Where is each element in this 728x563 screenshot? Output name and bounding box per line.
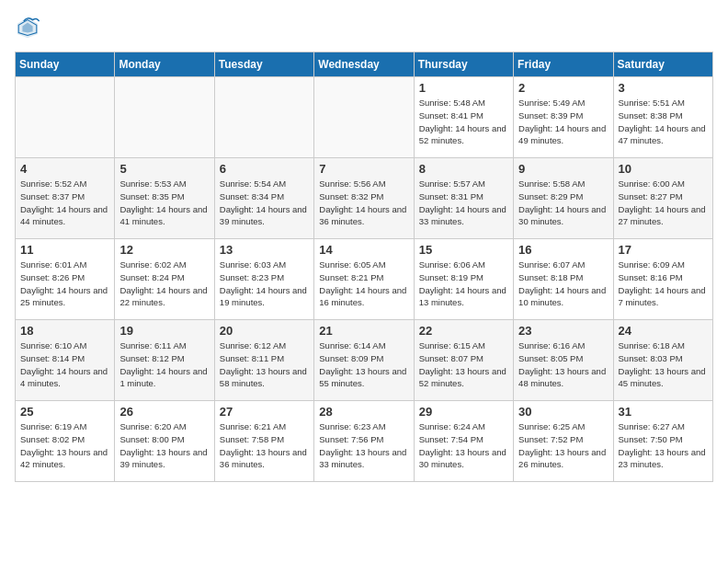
weekday-header: Wednesday: [314, 52, 414, 77]
day-number: 10: [619, 162, 708, 176]
calendar-cell: 11Sunrise: 6:01 AM Sunset: 8:26 PM Dayli…: [16, 239, 115, 320]
calendar-week-row: 11Sunrise: 6:01 AM Sunset: 8:26 PM Dayli…: [16, 239, 713, 320]
calendar-cell: 23Sunrise: 6:16 AM Sunset: 8:05 PM Dayli…: [514, 320, 613, 401]
day-detail: Sunrise: 5:53 AM Sunset: 8:35 PM Dayligh…: [119, 178, 209, 228]
day-number: 3: [619, 81, 708, 95]
page-header: [15, 15, 713, 40]
day-number: 25: [20, 405, 109, 419]
calendar-cell: 14Sunrise: 6:05 AM Sunset: 8:21 PM Dayli…: [314, 239, 414, 320]
day-number: 7: [319, 162, 408, 176]
calendar-cell: 30Sunrise: 6:25 AM Sunset: 7:52 PM Dayli…: [514, 401, 613, 482]
calendar-cell: 31Sunrise: 6:27 AM Sunset: 7:50 PM Dayli…: [613, 401, 712, 482]
day-detail: Sunrise: 6:23 AM Sunset: 7:56 PM Dayligh…: [319, 420, 408, 471]
day-number: 11: [20, 243, 109, 257]
day-detail: Sunrise: 5:57 AM Sunset: 8:31 PM Dayligh…: [419, 178, 508, 228]
logo-icon: [15, 15, 40, 40]
day-detail: Sunrise: 6:25 AM Sunset: 7:52 PM Dayligh…: [518, 420, 608, 471]
day-detail: Sunrise: 5:56 AM Sunset: 8:32 PM Dayligh…: [319, 178, 408, 228]
day-number: 30: [518, 405, 608, 419]
day-number: 24: [619, 324, 708, 338]
day-number: 19: [119, 324, 209, 338]
calendar-cell: 16Sunrise: 6:07 AM Sunset: 8:18 PM Dayli…: [514, 239, 613, 320]
day-number: 8: [419, 162, 508, 176]
day-detail: Sunrise: 6:07 AM Sunset: 8:18 PM Dayligh…: [518, 259, 608, 309]
calendar-cell: 10Sunrise: 6:00 AM Sunset: 8:27 PM Dayli…: [613, 158, 712, 239]
day-detail: Sunrise: 6:21 AM Sunset: 7:58 PM Dayligh…: [220, 420, 309, 471]
day-number: 2: [518, 81, 608, 95]
calendar-cell: [214, 77, 313, 158]
calendar-cell: 13Sunrise: 6:03 AM Sunset: 8:23 PM Dayli…: [214, 239, 313, 320]
calendar-cell: 19Sunrise: 6:11 AM Sunset: 8:12 PM Dayli…: [115, 320, 214, 401]
day-number: 6: [220, 162, 309, 176]
day-detail: Sunrise: 6:01 AM Sunset: 8:26 PM Dayligh…: [20, 259, 109, 309]
day-number: 31: [619, 405, 708, 419]
day-number: 4: [20, 162, 109, 176]
day-detail: Sunrise: 6:11 AM Sunset: 8:12 PM Dayligh…: [119, 339, 209, 390]
calendar-cell: 17Sunrise: 6:09 AM Sunset: 8:16 PM Dayli…: [613, 239, 712, 320]
calendar-cell: 21Sunrise: 6:14 AM Sunset: 8:09 PM Dayli…: [314, 320, 414, 401]
calendar-cell: 4Sunrise: 5:52 AM Sunset: 8:37 PM Daylig…: [16, 158, 115, 239]
day-number: 16: [518, 243, 608, 257]
day-detail: Sunrise: 6:05 AM Sunset: 8:21 PM Dayligh…: [319, 259, 408, 309]
day-detail: Sunrise: 5:48 AM Sunset: 8:41 PM Dayligh…: [419, 97, 508, 147]
day-number: 13: [220, 243, 309, 257]
weekday-header: Tuesday: [214, 52, 313, 77]
day-number: 14: [319, 243, 408, 257]
calendar-week-row: 25Sunrise: 6:19 AM Sunset: 8:02 PM Dayli…: [16, 401, 713, 482]
calendar-cell: 25Sunrise: 6:19 AM Sunset: 8:02 PM Dayli…: [16, 401, 115, 482]
weekday-header: Thursday: [414, 52, 513, 77]
day-detail: Sunrise: 6:03 AM Sunset: 8:23 PM Dayligh…: [220, 259, 309, 309]
calendar-cell: [16, 77, 115, 158]
day-detail: Sunrise: 6:27 AM Sunset: 7:50 PM Dayligh…: [619, 420, 708, 471]
day-number: 27: [220, 405, 309, 419]
calendar-cell: 15Sunrise: 6:06 AM Sunset: 8:19 PM Dayli…: [414, 239, 513, 320]
weekday-header: Friday: [514, 52, 613, 77]
calendar-cell: 5Sunrise: 5:53 AM Sunset: 8:35 PM Daylig…: [115, 158, 214, 239]
day-detail: Sunrise: 6:20 AM Sunset: 8:00 PM Dayligh…: [119, 420, 209, 471]
day-number: 23: [518, 324, 608, 338]
logo: [15, 15, 44, 40]
calendar-cell: 28Sunrise: 6:23 AM Sunset: 7:56 PM Dayli…: [314, 401, 414, 482]
calendar-cell: 24Sunrise: 6:18 AM Sunset: 8:03 PM Dayli…: [613, 320, 712, 401]
calendar-cell: 18Sunrise: 6:10 AM Sunset: 8:14 PM Dayli…: [16, 320, 115, 401]
day-detail: Sunrise: 5:51 AM Sunset: 8:38 PM Dayligh…: [619, 97, 708, 147]
day-detail: Sunrise: 6:18 AM Sunset: 8:03 PM Dayligh…: [619, 339, 708, 390]
calendar-cell: 3Sunrise: 5:51 AM Sunset: 8:38 PM Daylig…: [613, 77, 712, 158]
calendar-week-row: 4Sunrise: 5:52 AM Sunset: 8:37 PM Daylig…: [16, 158, 713, 239]
day-number: 5: [119, 162, 209, 176]
day-detail: Sunrise: 5:52 AM Sunset: 8:37 PM Dayligh…: [20, 178, 109, 228]
day-detail: Sunrise: 6:16 AM Sunset: 8:05 PM Dayligh…: [518, 339, 608, 390]
weekday-header: Sunday: [16, 52, 115, 77]
day-detail: Sunrise: 6:12 AM Sunset: 8:11 PM Dayligh…: [220, 339, 309, 390]
day-detail: Sunrise: 5:58 AM Sunset: 8:29 PM Dayligh…: [518, 178, 608, 228]
calendar-cell: 8Sunrise: 5:57 AM Sunset: 8:31 PM Daylig…: [414, 158, 513, 239]
calendar-cell: 26Sunrise: 6:20 AM Sunset: 8:00 PM Dayli…: [115, 401, 214, 482]
day-number: 15: [419, 243, 508, 257]
calendar-cell: 6Sunrise: 5:54 AM Sunset: 8:34 PM Daylig…: [214, 158, 313, 239]
calendar-cell: 2Sunrise: 5:49 AM Sunset: 8:39 PM Daylig…: [514, 77, 613, 158]
day-detail: Sunrise: 6:06 AM Sunset: 8:19 PM Dayligh…: [419, 259, 508, 309]
day-number: 18: [20, 324, 109, 338]
day-detail: Sunrise: 6:24 AM Sunset: 7:54 PM Dayligh…: [419, 420, 508, 471]
day-number: 12: [119, 243, 209, 257]
day-detail: Sunrise: 5:54 AM Sunset: 8:34 PM Dayligh…: [220, 178, 309, 228]
calendar-cell: [115, 77, 214, 158]
calendar-cell: 7Sunrise: 5:56 AM Sunset: 8:32 PM Daylig…: [314, 158, 414, 239]
day-detail: Sunrise: 6:10 AM Sunset: 8:14 PM Dayligh…: [20, 339, 109, 390]
calendar-week-row: 18Sunrise: 6:10 AM Sunset: 8:14 PM Dayli…: [16, 320, 713, 401]
calendar-cell: 9Sunrise: 5:58 AM Sunset: 8:29 PM Daylig…: [514, 158, 613, 239]
day-detail: Sunrise: 6:02 AM Sunset: 8:24 PM Dayligh…: [119, 259, 209, 309]
calendar-week-row: 1Sunrise: 5:48 AM Sunset: 8:41 PM Daylig…: [16, 77, 713, 158]
weekday-header: Monday: [115, 52, 214, 77]
day-number: 9: [518, 162, 608, 176]
day-number: 20: [220, 324, 309, 338]
weekday-header: Saturday: [613, 52, 712, 77]
day-number: 29: [419, 405, 508, 419]
day-number: 21: [319, 324, 408, 338]
calendar-table: SundayMondayTuesdayWednesdayThursdayFrid…: [15, 52, 713, 482]
day-number: 28: [319, 405, 408, 419]
calendar-cell: 1Sunrise: 5:48 AM Sunset: 8:41 PM Daylig…: [414, 77, 513, 158]
day-number: 1: [419, 81, 508, 95]
day-detail: Sunrise: 6:14 AM Sunset: 8:09 PM Dayligh…: [319, 339, 408, 390]
day-detail: Sunrise: 5:49 AM Sunset: 8:39 PM Dayligh…: [518, 97, 608, 147]
